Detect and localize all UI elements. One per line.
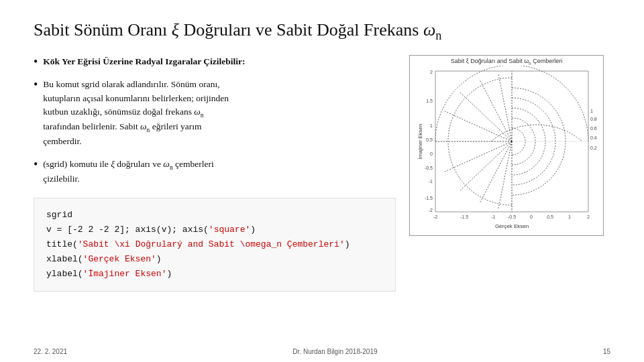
svg-text:0.5: 0.5 [426, 137, 433, 142]
svg-text:-1: -1 [429, 179, 433, 184]
svg-text:1.5: 1.5 [426, 99, 433, 103]
svg-text:0: 0 [530, 215, 533, 219]
svg-text:-0.5: -0.5 [508, 215, 516, 219]
code-line-3: title('Sabit \xi Doğrularý and Sabit \om… [46, 237, 383, 252]
footer-page: 15 [603, 348, 610, 355]
footer-date: 22. 2. 2021 [34, 348, 67, 355]
svg-text:2: 2 [587, 215, 590, 219]
chart-title: Sabit ξ Doğruları and Sabit ωn Çemberler… [410, 56, 603, 66]
svg-text:0.6: 0.6 [590, 126, 597, 131]
code-line-5: ylabel('İmajiner Eksen') [46, 267, 383, 282]
code-line-4: xlabel('Gerçek Eksen') [46, 252, 383, 267]
bullet-marker-2: • [34, 78, 38, 90]
svg-text:1: 1 [430, 123, 433, 128]
svg-text:-1: -1 [491, 215, 495, 219]
chart-svg: -2 -1.5 -1 -0.5 0 0.5 1 2 2 1.5 1 0.5 0 … [415, 66, 598, 232]
footer: 22. 2. 2021 Dr. Nurdan Bilgin 2018-2019 … [0, 348, 644, 355]
code-block: sgrid v = [-2 2 -2 2]; axis(v); axis('sq… [34, 198, 396, 292]
svg-text:-0.5: -0.5 [425, 166, 433, 170]
bullet-marker-1: • [34, 56, 38, 68]
svg-text:1: 1 [590, 109, 593, 113]
svg-text:-1.5: -1.5 [460, 215, 468, 219]
right-column: Sabit ξ Doğruları and Sabit ωn Çemberler… [409, 55, 610, 292]
bullet-3: • (sgrid) komutu ile ξ doğruları ve ωn ç… [34, 158, 396, 186]
svg-text:-1.5: -1.5 [425, 196, 433, 200]
svg-text:Gerçek Eksen: Gerçek Eksen [495, 223, 529, 229]
svg-text:2: 2 [430, 70, 433, 74]
svg-text:0.4: 0.4 [590, 135, 597, 140]
slide-title: Sabit Sönüm Oranı ξ Doğruları ve Sabit D… [34, 20, 610, 43]
left-column: • Kök Yer Eğrisi Üzerine Radyal Izgarala… [34, 55, 396, 292]
title-xi: ξ [172, 20, 184, 40]
bullet-3-text: (sgrid) komutu ile ξ doğruları ve ωn çem… [43, 158, 213, 186]
title-omega: ω [423, 20, 435, 40]
code-line-2: v = [-2 2 -2 2]; axis(v); axis('square') [46, 223, 383, 237]
bullet-1-text: Kök Yer Eğrisi Üzerine Radyal Izgaralar … [43, 55, 245, 68]
svg-text:-2: -2 [433, 215, 437, 219]
svg-text:İmajiner Eksen: İmajiner Eksen [417, 124, 423, 160]
bullet-2: • Bu komut sgrid olarak adlandırılır. Sö… [34, 78, 396, 147]
footer-author: Dr. Nurdan Bilgin 2018-2019 [292, 348, 377, 355]
svg-text:0.5: 0.5 [547, 215, 553, 219]
svg-text:0.2: 0.2 [590, 145, 597, 150]
chart-container: Sabit ξ Doğruları and Sabit ωn Çemberler… [409, 55, 604, 236]
svg-text:0: 0 [430, 152, 433, 156]
bullet-2-text: Bu komut sgrid olarak adlandırılır. Sönü… [43, 78, 229, 147]
bullet-marker-3: • [34, 158, 38, 170]
svg-text:1: 1 [568, 215, 571, 219]
code-line-1: sgrid [46, 208, 383, 223]
content-area: • Kök Yer Eğrisi Üzerine Radyal Izgarala… [34, 55, 610, 292]
svg-text:-2: -2 [429, 208, 433, 213]
svg-text:0.8: 0.8 [590, 117, 597, 121]
slide: Sabit Sönüm Oranı ξ Doğruları ve Sabit D… [0, 0, 644, 362]
bullet-1: • Kök Yer Eğrisi Üzerine Radyal Izgarala… [34, 55, 396, 68]
title-n: n [435, 29, 441, 42]
